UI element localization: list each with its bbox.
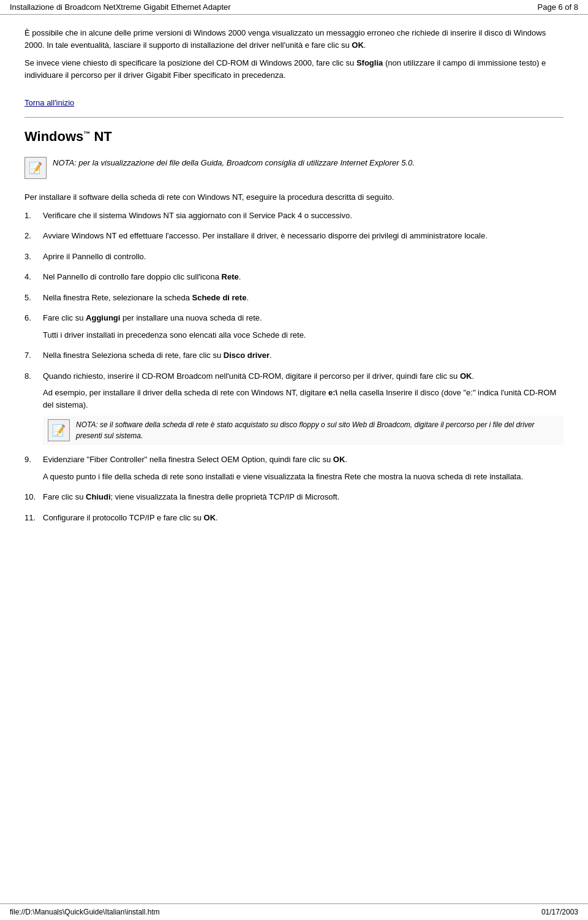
page-number: Page 6 of 8 [538, 2, 579, 12]
step-num-9: 9. [24, 454, 43, 466]
note-icon-8: 📝 [48, 419, 70, 441]
step-num-6: 6. [24, 312, 43, 324]
list-item: 2. Avviare Windows NT ed effettuare l'ac… [24, 230, 564, 242]
schede-rete-bold: Schede di rete [192, 293, 247, 302]
step-content-5: Nella finestra Rete, selezionare la sche… [43, 292, 564, 304]
step-content-10: Fare clic su Chiudi; viene visualizzata … [43, 491, 564, 503]
page-header: Installazione di Broadcom NetXtreme Giga… [0, 0, 588, 15]
disco-driver-bold: Disco driver [224, 351, 270, 360]
list-item: 1. Verificare che il sistema Windows NT … [24, 210, 564, 222]
step-content-7: Nella finestra Seleziona scheda di rete,… [43, 349, 564, 362]
step-num-5: 5. [24, 292, 43, 304]
step-content-4: Nel Pannello di controllo fare doppio cl… [43, 271, 564, 283]
step-content-11: Configurare il protocollo TCP/IP e fare … [43, 512, 564, 524]
step-content-6: Fare clic su Aggiungi per installare una… [43, 312, 564, 341]
page-footer: file://D:\Manuals\QuickGuide\Italian\ins… [0, 903, 588, 920]
step-num-1: 1. [24, 210, 43, 222]
note-icon: 📝 [24, 157, 47, 179]
step-content-2: Avviare Windows NT ed effettuare l'acces… [43, 230, 564, 242]
rete-bold: Rete [222, 272, 239, 281]
list-item: 9. Evidenziare "Fiber Controller" nella … [24, 454, 564, 482]
footer-date: 01/17/2003 [541, 908, 578, 916]
step-content-8: Quando richiesto, inserire il CD-ROM Bro… [43, 370, 564, 446]
step-8-note-text: NOTA: se il software della scheda di ret… [76, 419, 559, 441]
ok-bold-8: OK [460, 371, 472, 381]
steps-list: 1. Verificare che il sistema Windows NT … [24, 210, 564, 524]
step-num-2: 2. [24, 230, 43, 242]
note-box-top: 📝 NOTA: per la visualizzazione dei file … [24, 153, 564, 183]
step-8-sub-note: 📝 NOTA: se il software della scheda di r… [43, 416, 564, 445]
list-item: 4. Nel Pannello di controllo fare doppio… [24, 271, 564, 283]
intro-text-2: Se invece viene chiesto di specificare l… [24, 58, 546, 80]
note-text-top: NOTA: per la visualizzazione dei file de… [53, 157, 415, 169]
step-content-1: Verificare che il sistema Windows NT sia… [43, 210, 564, 222]
windows-nt-intro: Per installare il software della scheda … [24, 191, 564, 203]
section-title-text: Windows™ NT [24, 129, 112, 145]
step-9-sub-para: A questo punto i file della scheda di re… [43, 471, 564, 483]
section-divider [24, 117, 564, 118]
step-num-4: 4. [24, 271, 43, 283]
list-item: 5. Nella finestra Rete, selezionare la s… [24, 292, 564, 304]
step-num-3: 3. [24, 251, 43, 263]
section-title-windows-nt: Windows™ NT [24, 129, 564, 145]
document-title: Installazione di Broadcom NetXtreme Giga… [10, 2, 231, 12]
step-num-11: 11. [24, 512, 43, 524]
ok-bold-11: OK [204, 513, 216, 522]
intro-paragraph-2: Se invece viene chiesto di specificare l… [24, 57, 564, 81]
step-8-sub-para: Ad esempio, per installare il driver del… [43, 387, 564, 411]
list-item: 7. Nella finestra Seleziona scheda di re… [24, 349, 564, 362]
list-item: 6. Fare clic su Aggiungi per installare … [24, 312, 564, 341]
list-item: 10. Fare clic su Chiudi; viene visualizz… [24, 491, 564, 503]
step-num-7: 7. [24, 349, 43, 362]
list-item: 11. Configurare il protocollo TCP/IP e f… [24, 512, 564, 524]
intro-paragraph-1: È possibile che in alcune delle prime ve… [24, 27, 564, 51]
footer-path: file://D:\Manuals\QuickGuide\Italian\ins… [10, 908, 160, 916]
sfoglia-bold: Sfoglia [356, 58, 383, 67]
step-content-3: Aprire il Pannello di controllo. [43, 251, 564, 263]
ok-bold-1: OK [352, 40, 364, 50]
step-content-9: Evidenziare "Fiber Controller" nella fin… [43, 454, 564, 482]
step-num-10: 10. [24, 491, 43, 503]
list-item: 3. Aprire il Pannello di controllo. [24, 251, 564, 263]
intro-text-1: È possibile che in alcune delle prime ve… [24, 28, 546, 50]
step-6-sub: Tutti i driver installati in precedenza … [43, 329, 564, 341]
e-drive-bold: e:\ [328, 388, 337, 397]
list-item: 8. Quando richiesto, inserire il CD-ROM … [24, 370, 564, 446]
aggiungi-bold: Aggiungi [86, 313, 120, 322]
ok-bold-9: OK [333, 455, 345, 464]
trademark-symbol: ™ [83, 130, 90, 137]
step-num-8: 8. [24, 370, 43, 382]
main-content: È possibile che in alcune delle prime ve… [0, 15, 588, 569]
chiudi-bold: Chiudi [86, 492, 110, 501]
torna-link[interactable]: Torna all'inizio [24, 98, 74, 107]
